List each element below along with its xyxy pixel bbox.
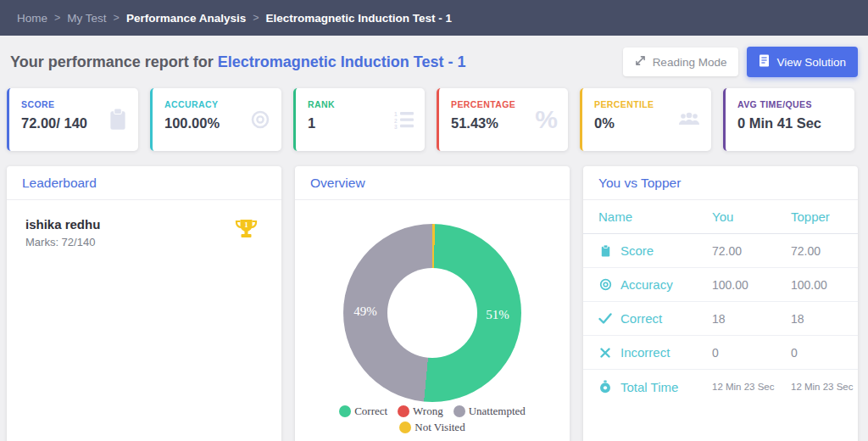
x-icon [598,348,612,358]
legend-row: Correct Wrong Unattempted [295,405,570,418]
rank-label: RANK [308,99,415,109]
row-label-incorrect: Incorrect [598,345,712,360]
reading-mode-button[interactable]: Reading Mode [623,47,739,76]
score-topper-value: 72.00 [791,244,858,258]
people-group-icon [677,111,701,128]
clipboard-icon [598,244,612,258]
trophy-icon: 1 [233,217,259,246]
breadcrumb-separator: > [253,12,259,24]
target-icon [249,109,271,131]
table-row-score: Score 72.00 72.00 [583,234,858,268]
row-label-text: Score [620,243,654,258]
table-row-total-time: Total Time 12 Min 23 Sec 12 Min 23 Sec [583,370,858,404]
donut-label-unattempted: 49% [353,304,377,318]
comparison-table: Name You Topper Score 72.00 72.00 Accura… [583,200,858,404]
row-label-text: Total Time [620,380,678,394]
overview-panel: Overview 49% 51% Correct Wrong Unattempt… [295,166,570,441]
comparison-header-row: Name You Topper [583,200,858,234]
reading-mode-label: Reading Mode [653,56,727,69]
leaderboard-title: Leaderboard [7,166,281,199]
total-time-topper-value: 12 Min 23 Sec [791,382,858,392]
expand-arrows-icon [635,55,646,69]
score-card: SCORE 72.00/ 140 [7,88,138,151]
legend-label-wrong: Wrong [413,405,443,418]
check-icon [598,313,612,324]
correct-you-value: 18 [712,312,791,326]
percentile-label: PERCENTILE [594,99,701,109]
legend-item-correct[interactable]: Correct [339,405,387,418]
breadcrumb-bar: Home > My Test > Performance Analysis > … [0,0,868,36]
legend-item-wrong[interactable]: Wrong [398,405,443,418]
score-you-value: 72.00 [712,244,791,258]
legend-label-unattempted: Unattempted [469,405,526,418]
table-row-correct: Correct 18 18 [583,302,858,336]
leaderboard-entry: ishika redhu Marks: 72/140 1 [7,200,281,248]
legend-swatch-wrong [398,405,409,417]
breadcrumb-current-test: Electromagnetic Induction Test - 1 [266,12,453,25]
overview-title: Overview [295,166,570,199]
rank-card: RANK 1 123 [293,88,425,151]
svg-text:1: 1 [394,111,398,117]
breadcrumb-separator: > [54,12,60,24]
incorrect-topper-value: 0 [791,346,858,360]
breadcrumb-home[interactable]: Home [17,12,47,25]
accuracy-card: ACCURACY 100.00% [150,88,281,151]
panels-row: Leaderboard ishika redhu Marks: 72/140 1… [0,166,868,441]
chart-legend: Correct Wrong Unattempted Not Visited [295,405,570,434]
svg-text:3: 3 [394,124,398,129]
row-label-accuracy: Accuracy [598,277,712,292]
legend-item-not-visited[interactable]: Not Visited [399,421,465,434]
legend-item-unattempted[interactable]: Unattempted [453,405,526,418]
accuracy-you-value: 100.00 [712,278,791,292]
table-row-incorrect: Incorrect 0 0 [583,336,858,370]
row-label-text: Accuracy [620,277,673,292]
leaderboard-entry-marks: Marks: 72/140 [25,236,100,248]
leaderboard-panel: Leaderboard ishika redhu Marks: 72/140 1 [7,166,281,441]
clipboard-icon [108,108,128,131]
total-time-you-value: 12 Min 23 Sec [712,382,791,392]
donut-label-correct: 51% [486,308,509,322]
view-solution-button[interactable]: View Solution [747,47,858,77]
target-icon [598,278,612,291]
report-header: Your performance report for Electromagne… [0,36,868,88]
you-vs-topper-title: You vs Topper [583,166,858,199]
legend-label-not-visited: Not Visited [415,421,465,434]
column-header-you: You [712,209,791,224]
legend-swatch-unattempted [453,405,465,417]
row-label-total-time: Total Time [598,380,712,394]
avg-time-label: AVG TIME/QUES [737,99,844,109]
you-vs-topper-panel: You vs Topper Name You Topper Score 72.0… [583,166,858,441]
svg-text:2: 2 [394,118,398,124]
page-title-test-name: Electromagnetic Induction Test - 1 [218,53,466,70]
row-label-correct: Correct [598,311,712,326]
leaderboard-entry-name: ishika redhu [25,217,100,232]
header-actions: Reading Mode View Solution [623,47,858,77]
stopwatch-icon [598,380,612,394]
legend-row: Not Visited [295,421,570,434]
table-row-accuracy: Accuracy 100.00 100.00 [583,268,858,302]
donut-hole [387,268,477,358]
legend-swatch-not-visited [399,421,411,433]
incorrect-you-value: 0 [712,346,791,360]
divider [295,199,570,200]
stat-cards-row: SCORE 72.00/ 140 ACCURACY 100.00% RANK 1… [0,88,868,151]
overview-donut-chart[interactable]: 49% 51% [343,224,521,402]
column-header-topper: Topper [791,209,858,224]
column-header-name: Name [598,209,712,224]
page-title-prefix: Your performance report for [10,53,218,70]
row-label-text: Correct [620,311,662,326]
document-icon [759,54,770,70]
page-title: Your performance report for Electromagne… [10,53,465,71]
avg-time-value: 0 Min 41 Sec [737,115,844,131]
leaderboard-entry-text: ishika redhu Marks: 72/140 [25,217,100,248]
view-solution-label: View Solution [776,56,846,69]
svg-text:1: 1 [244,220,248,229]
breadcrumb-performance-analysis[interactable]: Performance Analysis [126,12,246,25]
percentage-card: PERCENTAGE 51.43% % [437,88,568,151]
percentile-card: PERCENTILE 0% [580,88,711,151]
breadcrumb-my-test[interactable]: My Test [67,12,106,25]
legend-swatch-correct [339,405,351,417]
row-label-text: Incorrect [620,345,670,360]
breadcrumb-separator: > [114,12,120,24]
ranked-list-icon: 123 [394,110,415,129]
